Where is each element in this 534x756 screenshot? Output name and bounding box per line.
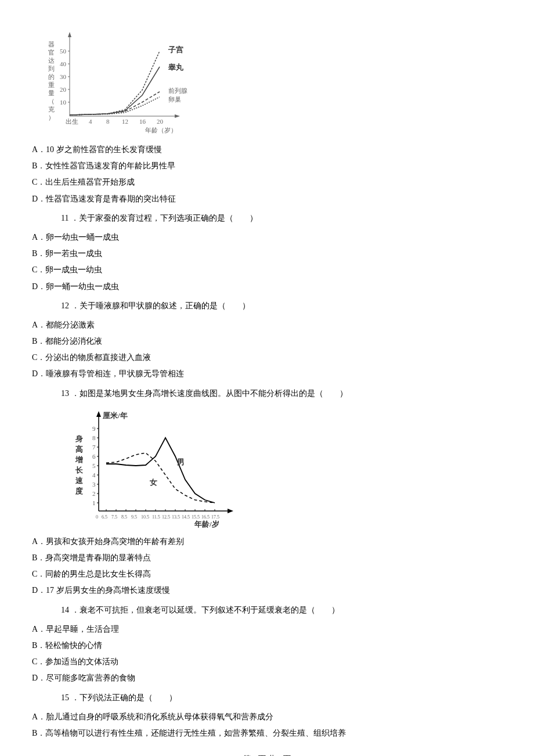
series-label-female: 女	[149, 478, 157, 487]
svg-text:）: ）	[48, 114, 55, 121]
svg-text:身: 身	[75, 434, 83, 443]
svg-text:4: 4	[89, 118, 92, 125]
svg-text:20: 20	[60, 86, 67, 93]
chart2-yunit: 厘米/年	[102, 411, 128, 420]
series-label-male: 男	[176, 458, 185, 466]
q15-option-a: A．胎儿通过自身的呼吸系统和消化系统从母体获得氧气和营养成分	[32, 710, 502, 724]
q15-option-b: B．高等植物可以进行有性生殖，还能进行无性生殖，如营养繁殖、分裂生殖、组织培养	[32, 726, 502, 740]
svg-text:14.5: 14.5	[182, 514, 190, 520]
svg-text:6.5: 6.5	[102, 514, 107, 520]
svg-marker-3	[175, 114, 180, 118]
q13-option-c: C．同龄的男生总是比女生长得高	[32, 567, 502, 581]
svg-text:16.5: 16.5	[201, 514, 210, 520]
svg-text:器: 器	[48, 41, 55, 48]
svg-text:40: 40	[60, 60, 67, 67]
q13-option-b: B．身高突增是青春期的显著特点	[32, 550, 502, 565]
q11-option-a: A．卵一幼虫一蛹一成虫	[32, 230, 502, 244]
svg-text:4: 4	[92, 471, 96, 478]
q14-option-b: B．轻松愉快的心情	[32, 638, 502, 653]
q10-option-b: B．女性性器官迅速发育的年龄比男性早	[32, 159, 502, 173]
svg-text:5: 5	[92, 462, 96, 469]
svg-text:出生: 出生	[66, 118, 78, 125]
q14-option-a: A．早起早睡，生活合理	[32, 622, 502, 636]
svg-text:17.5: 17.5	[211, 514, 219, 520]
q10-option-a: A．10 岁之前性器官的生长发育缓慢	[32, 142, 502, 157]
q11-text: 11 ．关于家蚕的发育过程，下列选项正确的是（ ）	[32, 211, 502, 225]
q12-option-c: C．分泌出的物质都直接进入血液	[32, 350, 502, 365]
q11-option-b: B．卵一若虫一成虫	[32, 246, 502, 261]
q12-option-b: B．都能分泌消化液	[32, 334, 502, 348]
svg-marker-1	[68, 32, 71, 37]
q12-option-d: D．唾液腺有导管相连，甲状腺无导管相连	[32, 366, 502, 381]
svg-text:增: 增	[75, 455, 83, 464]
q15-text: 15 ．下列说法正确的是（ ）	[32, 690, 502, 705]
series-label-testis: 睾丸	[168, 63, 184, 71]
q12-text: 12 ．关于唾液腺和甲状腺的叙述，正确的是（ ）	[32, 298, 502, 313]
svg-text:速: 速	[75, 476, 84, 485]
page-footer: 第 2 页 共 8 页	[32, 752, 502, 756]
q13-option-d: D．17 岁后男女生的身高增长速度缓慢	[32, 583, 502, 597]
svg-text:3: 3	[92, 481, 96, 488]
svg-text:30: 30	[60, 73, 67, 80]
svg-text:8: 8	[106, 118, 110, 125]
svg-text:到: 到	[48, 65, 55, 72]
svg-text:9: 9	[92, 425, 96, 432]
q14-option-c: C．参加适当的文体活动	[32, 654, 502, 669]
svg-text:20: 20	[157, 118, 164, 125]
svg-text:高: 高	[75, 445, 83, 453]
svg-text:9.5: 9.5	[131, 514, 137, 520]
svg-text:（: （	[48, 98, 55, 105]
q14-text: 14 ．衰老不可抗拒，但衰老可以延缓。下列叙述不利于延缓衰老的是（ ）	[32, 603, 502, 617]
svg-text:0: 0	[96, 514, 98, 520]
q13-option-a: A．男孩和女孩开始身高突增的年龄有差别	[32, 534, 502, 549]
svg-text:13.5: 13.5	[172, 514, 180, 520]
svg-text:11.5: 11.5	[152, 514, 160, 520]
svg-text:官: 官	[48, 49, 55, 56]
svg-text:达: 达	[48, 57, 55, 64]
svg-text:16: 16	[139, 118, 146, 125]
chart1-svg: 10 20 30 40 50 出生 4 8 12 16 20 年龄（岁） 器 官…	[44, 29, 200, 136]
svg-text:10.5: 10.5	[141, 514, 149, 520]
q10-option-d: D．性器官迅速发育是青春期的突出特征	[32, 192, 502, 206]
chart1-xlabel: 年龄（岁）	[145, 127, 177, 134]
svg-text:6: 6	[92, 453, 96, 460]
svg-text:克: 克	[48, 106, 55, 113]
chart2-xlabel: 年龄/岁	[194, 520, 219, 528]
svg-text:12: 12	[122, 118, 128, 125]
svg-text:量: 量	[48, 89, 55, 96]
chart-organ-weight: 10 20 30 40 50 出生 4 8 12 16 20 年龄（岁） 器 官…	[44, 29, 502, 136]
svg-text:长: 长	[75, 466, 84, 474]
svg-marker-33	[228, 509, 233, 513]
svg-text:12.5: 12.5	[162, 514, 170, 520]
series-label-prostate: 前列腺	[168, 87, 187, 94]
series-label-uterus: 子宫	[168, 45, 183, 54]
svg-text:50: 50	[60, 48, 67, 55]
svg-text:的: 的	[48, 73, 55, 80]
q14-option-d: D．尽可能多吃富营养的食物	[32, 671, 502, 685]
q13-text: 13 ．如图是某地男女生身高增长速度曲线图。从图中不能分析得出的是（ ）	[32, 386, 502, 401]
svg-text:8: 8	[92, 434, 96, 441]
svg-text:重: 重	[48, 81, 55, 88]
q12-option-a: A．都能分泌激素	[32, 318, 502, 332]
q11-option-c: C．卵一成虫一幼虫	[32, 262, 502, 277]
svg-text:10: 10	[60, 99, 67, 106]
series-label-ovary: 卵巢	[168, 96, 181, 103]
svg-text:15.5: 15.5	[192, 514, 200, 520]
svg-marker-31	[96, 411, 101, 417]
svg-text:2: 2	[92, 490, 96, 497]
svg-text:1: 1	[92, 499, 96, 506]
svg-text:7.5: 7.5	[111, 514, 117, 520]
chart-height-growth: 1 2 3 4 5 6 7 8 9 0 6.5 7.5 8.5 9.5 10.5…	[44, 406, 502, 528]
svg-text:8.5: 8.5	[121, 514, 127, 520]
svg-text:度: 度	[75, 487, 83, 495]
q10-option-c: C．出生后生殖器官开始形成	[32, 175, 502, 189]
chart2-svg: 1 2 3 4 5 6 7 8 9 0 6.5 7.5 8.5 9.5 10.5…	[67, 406, 241, 528]
svg-text:7: 7	[92, 444, 96, 451]
q11-option-d: D．卵一蛹一幼虫一成虫	[32, 279, 502, 294]
